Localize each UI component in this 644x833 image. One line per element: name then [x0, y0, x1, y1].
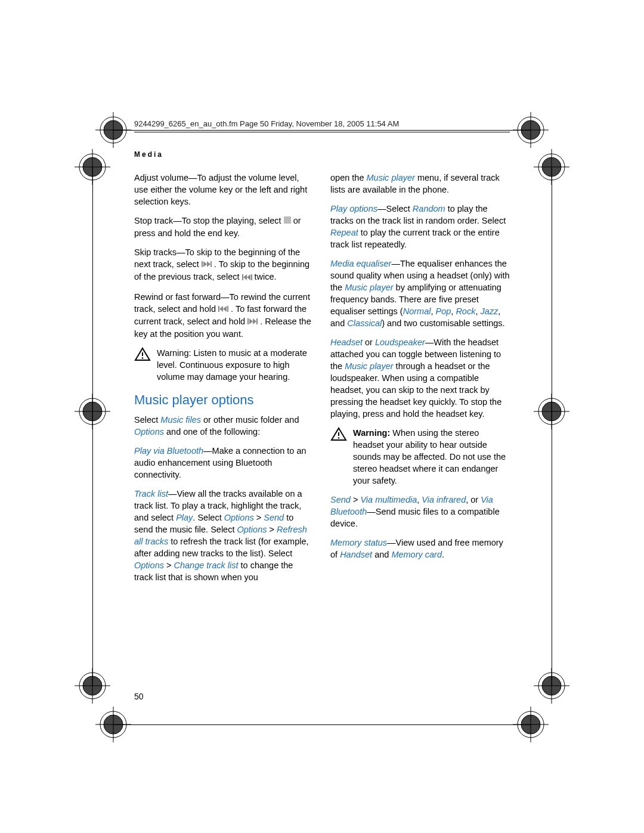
para-rewind-ff: Rewind or fast forward—To rewind the cur…: [134, 291, 314, 340]
warning-volume: Warning: Listen to music at a moderate l…: [134, 347, 314, 383]
header-rule: [134, 132, 510, 132]
heading-music-player-options: Music player options: [134, 391, 314, 409]
para-headset-loudspeaker: Headset or Loudspeaker—With the headset …: [330, 336, 510, 420]
para-adjust-volume: Adjust volume—To adjust the volume level…: [134, 172, 314, 208]
crop-line: [92, 167, 93, 686]
page-number: 50: [134, 692, 144, 701]
page-content: 9244299_6265_en_au_oth.fm Page 50 Friday…: [134, 119, 510, 583]
body-columns: Adjust volume—To adjust the volume level…: [134, 172, 510, 583]
stop-icon: [284, 215, 291, 227]
warning-icon: [330, 427, 347, 441]
crop-line: [113, 724, 531, 725]
para-skip-tracks: Skip tracks—To skip to the beginning of …: [134, 246, 314, 283]
para-play-via-bluetooth: Play via Bluetooth—Make a connection to …: [134, 445, 314, 481]
para-open-music-player: open the Music player menu, if several t…: [330, 172, 510, 196]
para-play-options: Play options—Select Random to play the t…: [330, 203, 510, 250]
para-stop-track: Stop track—To stop the playing, select o…: [134, 215, 314, 239]
crop-header-text: 9244299_6265_en_au_oth.fm Page 50 Friday…: [134, 119, 510, 128]
para-track-list: Track list—View all the tracks available…: [134, 488, 314, 583]
prev-track-icon: [218, 303, 228, 315]
section-header: Media: [134, 150, 510, 159]
para-memory-status: Memory status—View used and free memory …: [330, 537, 510, 561]
prev-track-icon: [242, 271, 252, 283]
para-send: Send > Via multimedia, Via infrared, or …: [330, 494, 510, 529]
warning-icon: [134, 347, 151, 361]
para-media-equaliser: Media equaliser—The equaliser enhances t…: [330, 258, 510, 329]
warning-headset: Warning: When using the stereo headset y…: [330, 427, 510, 487]
next-track-icon: [202, 258, 212, 270]
next-track-icon: [247, 315, 258, 327]
para-select-music-files: Select Music files or other music folder…: [134, 414, 314, 438]
crop-line: [552, 167, 552, 686]
